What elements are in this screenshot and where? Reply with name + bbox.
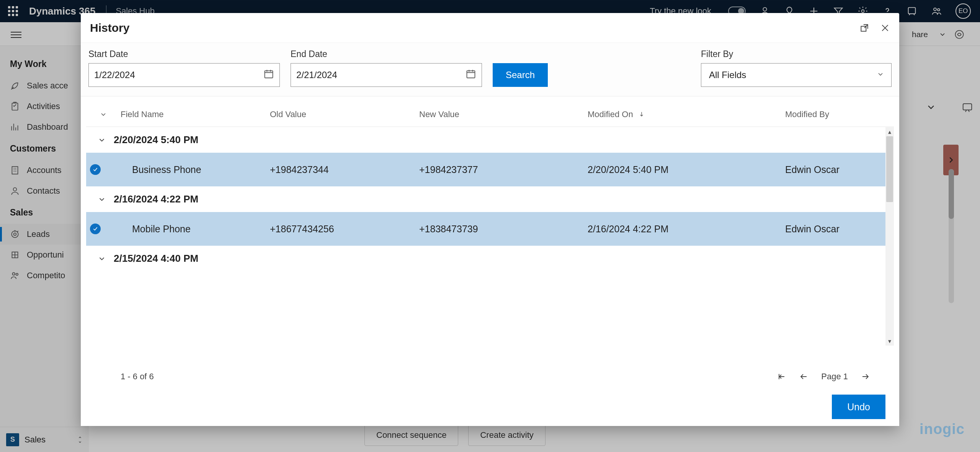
filter-by-label: Filter By	[701, 49, 892, 59]
chevron-down-icon	[98, 255, 106, 263]
next-page-icon[interactable]	[861, 372, 870, 381]
pager-page: Page 1	[821, 372, 848, 382]
group-timestamp: 2/20/2024 5:40 PM	[114, 134, 198, 146]
cell-new-value: +1838473739	[419, 224, 588, 235]
table-header: Field Name Old Value New Value Modified …	[86, 104, 894, 127]
end-date-value: 2/21/2024	[296, 70, 337, 80]
col-old-value[interactable]: Old Value	[270, 109, 419, 119]
table-row[interactable]: Mobile Phone +18677434256 +1838473739 2/…	[86, 212, 894, 246]
row-select-check[interactable]	[90, 164, 101, 175]
expand-all-toggle[interactable]	[86, 109, 121, 119]
scroll-up-icon[interactable]: ▴	[885, 127, 894, 136]
close-icon[interactable]	[880, 23, 890, 33]
col-modified-on[interactable]: Modified On	[588, 109, 768, 119]
col-new-value[interactable]: New Value	[419, 109, 588, 119]
table-row[interactable]: Business Phone +1984237344 +1984237377 2…	[86, 153, 894, 186]
start-date-label: Start Date	[88, 49, 280, 59]
chevron-down-icon	[98, 195, 106, 204]
history-table: Field Name Old Value New Value Modified …	[86, 104, 894, 388]
cell-modified-on: 2/16/2024 4:22 PM	[588, 224, 768, 235]
scrollbar[interactable]: ▴ ▾	[885, 127, 894, 346]
popout-icon[interactable]	[859, 23, 869, 33]
scroll-down-icon[interactable]: ▾	[885, 336, 894, 346]
prev-page-icon[interactable]	[799, 372, 808, 381]
pager-range: 1 - 6 of 6	[121, 372, 154, 382]
group-timestamp: 2/16/2024 4:22 PM	[114, 193, 198, 205]
dialog-footer: Undo	[81, 388, 899, 426]
watermark: inogic	[920, 421, 965, 437]
group-header[interactable]: 2/15/2024 4:40 PM	[86, 246, 894, 271]
row-select-check[interactable]	[90, 224, 101, 234]
col-modified-on-label: Modified On	[588, 109, 633, 119]
chevron-down-icon	[98, 136, 106, 144]
start-date-value: 1/22/2024	[94, 70, 135, 80]
sort-desc-icon	[639, 109, 645, 119]
calendar-icon[interactable]	[263, 69, 274, 82]
group-header[interactable]: 2/20/2024 5:40 PM	[86, 127, 894, 153]
cell-old-value: +1984237344	[270, 164, 419, 175]
cell-old-value: +18677434256	[270, 224, 419, 235]
group-timestamp: 2/15/2024 4:40 PM	[114, 253, 198, 264]
first-page-icon[interactable]	[777, 372, 786, 381]
svg-rect-17	[467, 71, 475, 78]
cell-field-name: Mobile Phone	[121, 224, 270, 235]
pager: 1 - 6 of 6 Page 1	[86, 366, 885, 388]
svg-rect-16	[265, 71, 273, 78]
scroll-thumb[interactable]	[886, 136, 893, 202]
cell-modified-by: Edwin Oscar	[768, 164, 894, 175]
col-field-name[interactable]: Field Name	[121, 109, 270, 119]
end-date-label: End Date	[291, 49, 482, 59]
group-header[interactable]: 2/16/2024 4:22 PM	[86, 186, 894, 212]
filter-row: Start Date 1/22/2024 End Date 2/21/2024 …	[81, 43, 899, 96]
undo-button[interactable]: Undo	[832, 395, 885, 419]
history-dialog: History Start Date 1/22/2024 End Date 2/…	[81, 13, 899, 426]
filter-by-value: All Fields	[709, 70, 746, 80]
table-body: 2/20/2024 5:40 PM Business Phone +198423…	[86, 127, 894, 366]
dialog-header: History	[81, 13, 899, 43]
dialog-title: History	[90, 21, 129, 34]
cell-new-value: +1984237377	[419, 164, 588, 175]
filter-by-select[interactable]: All Fields	[701, 63, 892, 87]
end-date-input[interactable]: 2/21/2024	[291, 63, 482, 87]
cell-modified-on: 2/20/2024 5:40 PM	[588, 164, 768, 175]
search-button[interactable]: Search	[493, 63, 548, 87]
start-date-input[interactable]: 1/22/2024	[88, 63, 280, 87]
chevron-down-icon	[877, 70, 884, 80]
calendar-icon[interactable]	[466, 69, 476, 82]
cell-field-name: Business Phone	[121, 164, 270, 175]
watermark-text: inogic	[920, 421, 965, 437]
cell-modified-by: Edwin Oscar	[768, 224, 894, 235]
col-modified-by[interactable]: Modified By	[768, 109, 894, 119]
